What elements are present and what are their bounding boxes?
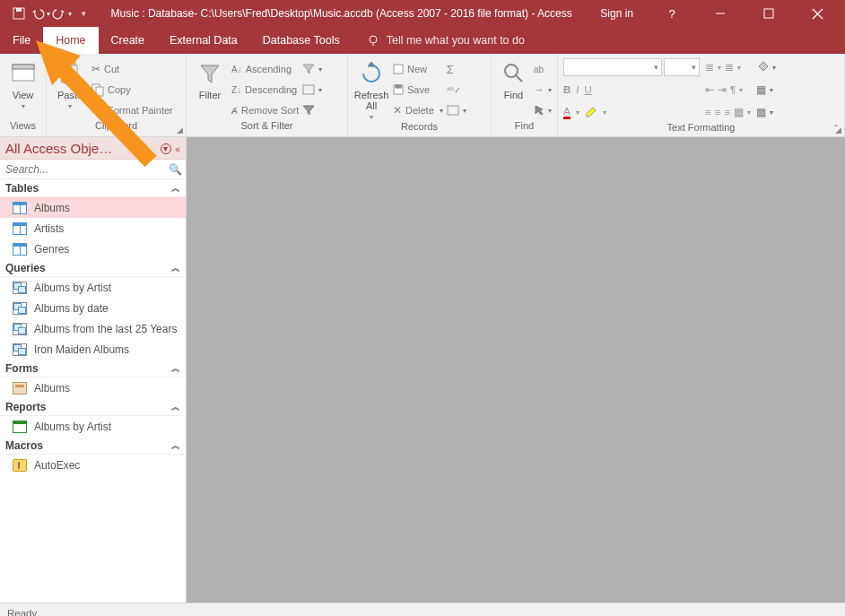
sigma-icon: Σ bbox=[447, 63, 454, 76]
ascending-label: Ascending bbox=[246, 64, 292, 74]
tell-me-search[interactable] bbox=[353, 27, 564, 54]
text-direction-button[interactable]: ¶ bbox=[730, 84, 736, 95]
tab-home[interactable]: Home bbox=[43, 27, 98, 54]
tab-external-data[interactable]: External Data bbox=[157, 27, 250, 54]
replace-button[interactable]: ab bbox=[534, 59, 552, 79]
query-item-albums-by-date[interactable]: Albums by date bbox=[0, 298, 186, 318]
category-queries[interactable]: Queries︽ bbox=[0, 259, 186, 277]
table-item-artists[interactable]: Artists bbox=[0, 218, 186, 239]
align-left-button[interactable]: ≡ bbox=[705, 107, 711, 117]
report-item-albums-by-artist[interactable]: Albums by Artist bbox=[0, 416, 186, 437]
collapse-ribbon-icon[interactable]: ˆ bbox=[834, 124, 838, 134]
numbering-button[interactable]: ≣ bbox=[725, 61, 734, 74]
navigation-search-input[interactable] bbox=[4, 162, 169, 177]
alternate-row-button[interactable]: ▦ bbox=[756, 83, 766, 96]
table-item-albums[interactable]: Albums bbox=[0, 197, 186, 218]
minimize-icon[interactable] bbox=[700, 0, 741, 27]
highlight-button[interactable] bbox=[585, 106, 597, 118]
toggle-filter-button[interactable] bbox=[302, 100, 322, 120]
nav-dropdown-icon[interactable]: ▾ bbox=[161, 143, 171, 154]
ascending-button[interactable]: A↓Ascending bbox=[231, 59, 299, 79]
save-record-button[interactable]: Save bbox=[393, 80, 443, 100]
more-records-button[interactable]: ▾ bbox=[447, 100, 466, 120]
selection-filter-button[interactable]: ▾ bbox=[302, 59, 322, 79]
select-icon bbox=[534, 105, 544, 116]
group-clipboard: Paste ▾ ✂Cut Copy Format Painter Clipboa… bbox=[47, 54, 187, 136]
font-name-combo[interactable]: ▾ bbox=[563, 58, 662, 76]
refresh-all-button[interactable]: Refresh All ▾ bbox=[353, 57, 389, 121]
query-item-iron-maiden[interactable]: Iron Maiden Albums bbox=[0, 339, 186, 360]
group-label-text-formatting: Text Formatting bbox=[558, 122, 844, 136]
paste-button[interactable]: Paste ▾ bbox=[52, 57, 88, 110]
maximize-icon[interactable] bbox=[748, 0, 789, 27]
redo-icon[interactable]: ▾ bbox=[52, 4, 72, 23]
table-item-genres[interactable]: Genres bbox=[0, 239, 186, 259]
chevron-up-icon: ︽ bbox=[171, 182, 180, 195]
tab-database-tools[interactable]: Database Tools bbox=[250, 27, 353, 54]
category-macros[interactable]: Macros︽ bbox=[0, 437, 186, 455]
query-item-albums-by-artist[interactable]: Albums by Artist bbox=[0, 277, 186, 298]
macro-item-autoexec[interactable]: AutoExec bbox=[0, 455, 186, 475]
filter-button[interactable]: Filter bbox=[192, 57, 228, 100]
svg-rect-13 bbox=[96, 87, 103, 96]
find-button[interactable]: Find bbox=[497, 57, 530, 100]
nav-collapse-icon[interactable]: « bbox=[175, 143, 180, 154]
qat-customize-icon[interactable]: ▾ bbox=[74, 4, 93, 23]
goto-button[interactable]: →▾ bbox=[534, 80, 552, 100]
form-icon bbox=[13, 382, 27, 395]
table-icon bbox=[13, 222, 27, 235]
fill-color-button[interactable] bbox=[756, 61, 769, 74]
tab-create[interactable]: Create bbox=[99, 27, 158, 54]
undo-icon[interactable]: ▾ bbox=[30, 4, 50, 23]
select-button[interactable]: ▾ bbox=[534, 100, 552, 120]
italic-button[interactable]: I bbox=[576, 84, 579, 95]
tab-file[interactable]: File bbox=[0, 27, 43, 54]
category-tables[interactable]: Tables︽ bbox=[0, 179, 186, 197]
font-size-combo[interactable]: ▾ bbox=[664, 58, 700, 76]
conditional-format-button[interactable]: ▦ bbox=[756, 106, 766, 118]
copy-button[interactable]: Copy bbox=[91, 80, 173, 100]
descending-button[interactable]: Z↓Descending bbox=[231, 80, 299, 100]
gridlines-button[interactable]: ▦ bbox=[734, 106, 744, 118]
item-label: Albums bbox=[34, 382, 70, 395]
paste-label: Paste bbox=[57, 90, 83, 100]
sign-in-link[interactable]: Sign in bbox=[589, 7, 644, 20]
view-button[interactable]: View ▾ bbox=[5, 57, 40, 110]
advanced-filter-button[interactable]: ▾ bbox=[302, 80, 322, 100]
new-record-button[interactable]: New bbox=[393, 59, 443, 79]
navigation-search[interactable]: 🔍 bbox=[0, 160, 186, 179]
bold-button[interactable]: B bbox=[563, 84, 571, 95]
increase-indent-button[interactable]: ⇥ bbox=[718, 83, 727, 96]
navigation-pane-header[interactable]: All Access Obje… ▾ « bbox=[0, 138, 186, 160]
tell-me-input[interactable] bbox=[385, 33, 564, 48]
delete-icon: ✕ bbox=[393, 104, 402, 117]
group-label-clipboard: Clipboard bbox=[47, 120, 186, 136]
align-center-button[interactable]: ≡ bbox=[715, 107, 721, 117]
remove-sort-button[interactable]: A̸Remove Sort bbox=[231, 100, 299, 120]
format-painter-button[interactable]: Format Painter bbox=[91, 100, 173, 120]
bullets-button[interactable]: ≣ bbox=[705, 61, 714, 74]
form-item-albums[interactable]: Albums bbox=[0, 377, 186, 398]
group-sort-filter: Filter A↓Ascending Z↓Descending A̸Remove… bbox=[187, 54, 348, 136]
decrease-indent-button[interactable]: ⇤ bbox=[705, 83, 714, 96]
query-item-last-25-years[interactable]: Albums from the last 25 Years bbox=[0, 318, 186, 339]
svg-point-6 bbox=[370, 36, 377, 43]
category-reports[interactable]: Reports︽ bbox=[0, 398, 186, 416]
replace-icon: ab bbox=[534, 65, 544, 74]
save-icon[interactable] bbox=[9, 4, 29, 23]
close-icon[interactable] bbox=[797, 0, 838, 27]
window-controls: Sign in ? bbox=[589, 0, 845, 27]
clipboard-launcher-icon[interactable]: ◢ bbox=[177, 126, 183, 134]
cut-button[interactable]: ✂Cut bbox=[91, 59, 173, 79]
copy-icon bbox=[91, 83, 104, 96]
delete-record-button[interactable]: ✕Delete▾ bbox=[393, 100, 443, 120]
help-icon[interactable]: ? bbox=[651, 0, 693, 27]
category-forms-label: Forms bbox=[5, 362, 39, 375]
spelling-button[interactable]: ᵃᵇ✓ bbox=[447, 80, 466, 100]
font-color-button[interactable]: A bbox=[563, 106, 571, 119]
category-forms[interactable]: Forms︽ bbox=[0, 360, 186, 377]
underline-button[interactable]: U bbox=[585, 84, 592, 95]
totals-button[interactable]: Σ bbox=[447, 59, 466, 79]
align-right-button[interactable]: ≡ bbox=[724, 107, 730, 117]
search-icon[interactable]: 🔍 bbox=[169, 163, 182, 176]
